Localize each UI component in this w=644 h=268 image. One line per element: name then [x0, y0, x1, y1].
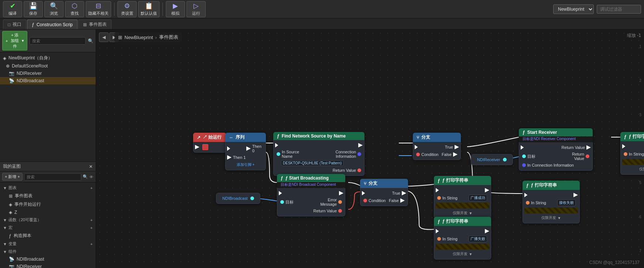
start-receiver-subtitle: 目标是NDI Receiver Component	[519, 136, 593, 142]
sr-ret-out	[586, 154, 589, 158]
add-func-icon: +	[90, 218, 93, 222]
blueprint-search-input[interactable]	[24, 173, 81, 181]
tree-item-defaultsceneroot[interactable]: ⊕ DefaultSceneRoot	[0, 62, 96, 70]
node-start-receiver[interactable]: ƒ Start Receiver 目标是NDI Receiver Compone…	[519, 128, 593, 171]
component-header: + + 添加组件 ▾ 🔍	[0, 29, 96, 52]
run-button[interactable]: ▷ 运行	[186, 1, 206, 17]
component-tree: ◈ NewBlueprint（自身） ⊕ DefaultSceneRoot 📷 …	[0, 52, 96, 161]
class-settings-icon: ⚙	[124, 2, 130, 10]
bp-section-macros[interactable]: ▼ 宏 +	[0, 224, 96, 232]
prf-dev-stripe	[524, 208, 578, 213]
debug-filter-input[interactable]	[597, 5, 641, 14]
find-button[interactable]: ⬡ 查找	[65, 1, 84, 17]
browse-button[interactable]: 🔍 浏览	[44, 1, 64, 17]
event-graph-icon: ⊞	[83, 22, 87, 27]
node-begin-play[interactable]: ↗ ↗ 始运行	[193, 133, 226, 153]
prf-in-exec	[524, 193, 529, 197]
ps-dev-stripe	[622, 159, 644, 165]
ndireceiver-var-out	[503, 158, 507, 161]
node-print-broadcast-fail[interactable]: ƒ ƒ 打印字符串 In String 广播失败 仅限开发 ▼	[434, 217, 491, 260]
node-sequence[interactable]: ↔ 序列 Then 0 Then 1 添加引脚 +	[225, 133, 266, 170]
ps-in-exec	[622, 144, 627, 149]
bp-section-graphs[interactable]: ▼ 图表 +	[0, 184, 96, 192]
z-icon: ◈	[9, 210, 12, 215]
sr-in-exec	[521, 145, 525, 150]
left-panel: + + 添加组件 ▾ 🔍 ◈ NewBlueprint（自身） ⊕ Defaul…	[0, 29, 96, 268]
canvas[interactable]: ◀ ▶ ⊞ NewBlueprint › 事件图表 缩放 -1 1234567	[96, 29, 644, 268]
node-print-broadcast-ok[interactable]: ƒ ƒ 打印字符串 In String 广播成功 仅限开发 ▼	[434, 176, 491, 219]
pbo-in-exec	[436, 188, 440, 192]
bp-item-event-graph[interactable]: ⊞ 事件图表	[0, 192, 96, 200]
defaults-button[interactable]: 📋 默认认值	[138, 1, 160, 17]
tree-item-ndibroadcast[interactable]: 📡 NDIBroadcast	[0, 77, 96, 84]
my-blueprint-header[interactable]: 我的蓝图 ✕	[0, 162, 96, 171]
node-find-network[interactable]: ƒ Find Network Source by Name In Source …	[273, 132, 364, 176]
b1-cond-in	[416, 153, 420, 156]
add-component-button[interactable]: + + 添加组件 ▾	[2, 31, 27, 51]
search-icon: 🔍	[88, 38, 93, 43]
tab-construction-script[interactable]: ƒ Construction Scrip	[27, 20, 78, 29]
node-ndibroadcast-var[interactable]: NDIBroadcast	[216, 193, 260, 204]
tree-item-ndireceiver[interactable]: 📷 NDIReceiver	[0, 70, 96, 77]
nav-back-button[interactable]: ◀	[99, 32, 109, 42]
seq-then0-pin	[246, 146, 251, 151]
sb-target-in	[280, 200, 284, 204]
tree-item-root[interactable]: ◈ NewBlueprint（自身）	[0, 54, 96, 62]
expand-comp-icon: ▼	[3, 250, 7, 254]
bp-item-event-begin[interactable]: ◈ 事件开始运行	[0, 200, 96, 209]
sb-out-exec	[339, 191, 343, 195]
pbf-out-exec	[485, 229, 489, 233]
bp-section-components[interactable]: ▼ 组件	[0, 248, 96, 255]
hide-unrelated-button[interactable]: ⊟ 隐藏不相关	[86, 1, 111, 17]
start-broadcasting-subtitle: 目标是NDI Broadcast Component	[277, 182, 345, 188]
b2-cond-in	[363, 199, 367, 202]
fn-in-exec	[275, 143, 280, 147]
defaults-icon: 📋	[145, 2, 153, 10]
bp-item-ndireceiver[interactable]: 📷 NDIReceiver	[0, 263, 96, 268]
tab-viewport[interactable]: □ 视口	[3, 20, 26, 29]
sb-err-out	[338, 200, 342, 204]
pbo-str-in	[437, 196, 441, 200]
toolbar-divider2	[162, 3, 163, 16]
save-button[interactable]: 💾 保存	[24, 1, 43, 17]
node-ndireceiver-var[interactable]: NDIReceiver	[471, 154, 513, 165]
ndi-receiver-tree-icon: 📷	[9, 71, 14, 76]
fn-ret-out	[357, 168, 361, 172]
pbf-str-in	[437, 237, 441, 241]
component-search-input[interactable]	[30, 37, 86, 45]
class-settings-button[interactable]: ⚙ 类设置	[117, 1, 137, 17]
node-print-receive-fail[interactable]: ƒ ƒ 打印字符串 In String 接收失败 仅限开发 ▼	[523, 181, 580, 223]
node-branch1[interactable]: ⑂ 分支 True Condition False	[413, 133, 461, 160]
event-graph-icon2: ⊞	[9, 194, 13, 199]
prf-expand-icon: ▼	[558, 216, 561, 220]
node-branch2[interactable]: ⑂ 分支 True Condition False	[360, 179, 408, 206]
blueprint-select[interactable]: NewBlueprint	[553, 4, 594, 14]
bp-item-ndibroadcast[interactable]: 📡 NDIBroadcast	[0, 255, 96, 263]
tab-event-graph[interactable]: ⊞ 事件图表	[78, 20, 112, 29]
pbf-in-exec	[436, 229, 440, 233]
node-print-success[interactable]: ƒ ƒ 打印字符串 In String 接收成功 仅限开发 ▼	[620, 132, 644, 175]
compile-button[interactable]: ✔ 编译	[3, 1, 22, 17]
hide-icon: ⊟	[96, 2, 101, 10]
ps-str-in	[624, 152, 627, 156]
bp-section-vars[interactable]: ▼ 变量 +	[0, 240, 96, 248]
simulate-button[interactable]: ▶ 模拟	[166, 1, 185, 17]
new-blueprint-button[interactable]: + 新增 +	[2, 173, 23, 181]
ndibroadcast-var-out	[250, 196, 254, 200]
add-macro-icon: +	[90, 226, 93, 230]
prf-out-exec	[573, 193, 578, 197]
bp-section-functions[interactable]: ▼ 函数（20可覆盖） +	[0, 216, 96, 224]
toolbar-divider	[114, 3, 114, 16]
begin-play-badge	[202, 144, 208, 150]
broadcast-comp-icon: 📡	[9, 257, 14, 262]
add-pin-btn[interactable]: 添加引脚 +	[237, 162, 255, 167]
bp-item-construct[interactable]: ƒ 构造脚本	[0, 232, 96, 240]
pbo-expand-icon: ▼	[469, 211, 473, 215]
collapse-icon: ✕	[89, 164, 93, 169]
construction-icon: ƒ	[32, 22, 34, 27]
begin-play-icon: ↗	[197, 135, 201, 140]
receiver-comp-icon: 📷	[9, 264, 14, 268]
bp-item-z[interactable]: ◈ Z	[0, 209, 96, 216]
node-start-broadcasting[interactable]: ƒ ƒ Start Broadcasting 目标是NDI Broadcast …	[277, 174, 345, 216]
find-icon: ⬡	[72, 2, 78, 10]
